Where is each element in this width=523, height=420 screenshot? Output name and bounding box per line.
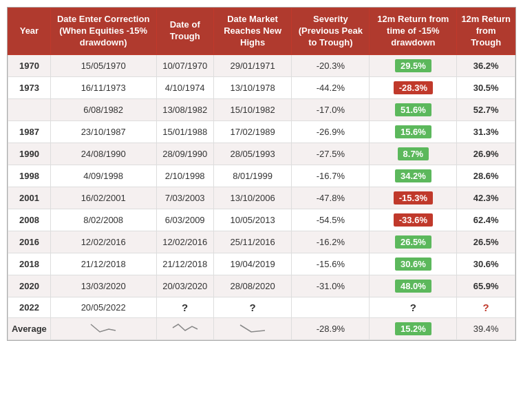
- sparkline-icon: [171, 322, 199, 335]
- cell-date-trough: 21/12/2018: [156, 253, 213, 275]
- footer-sparkline-cell: [156, 317, 213, 339]
- cell-date-enter: 16/11/1973: [50, 76, 156, 98]
- table-body: 197015/05/197010/07/197029/01/1971-20.3%…: [8, 54, 515, 317]
- cell-severity: -54.5%: [292, 209, 370, 231]
- cell-return-trough: 31.3%: [457, 120, 515, 143]
- cell-severity: -44.2%: [292, 76, 370, 98]
- footer-row: Average-28.9%15.2%39.4%: [8, 317, 515, 339]
- header-row: Year Date Enter Correction (When Equitie…: [8, 8, 515, 55]
- table-row: 200116/02/20017/03/200313/10/2006-47.8%-…: [8, 187, 515, 209]
- footer-return-trough: 39.4%: [457, 317, 515, 339]
- table-row: 20088/02/20086/03/200910/05/2013-54.5%-3…: [8, 209, 515, 231]
- cell-date-enter: 6/08/1982: [50, 98, 156, 120]
- cell-severity: -16.2%: [292, 231, 370, 253]
- sparkline-icon: [239, 322, 266, 335]
- cell-return-trough: 30.6%: [457, 253, 515, 275]
- cell-date-new-highs: 17/02/1989: [213, 120, 291, 143]
- cell-date-trough: 20/03/2020: [156, 275, 213, 297]
- footer-sparkline-cell: [213, 317, 291, 339]
- main-table-wrapper: Year Date Enter Correction (When Equitie…: [7, 7, 516, 341]
- question-mark: ?: [182, 302, 188, 313]
- cell-date-trough: 13/08/1982: [156, 98, 213, 120]
- cell-return-trough: 26.5%: [457, 231, 515, 253]
- green-value: 15.6%: [395, 125, 431, 138]
- cell-severity: [292, 297, 370, 317]
- table-row: 201821/12/201821/12/201819/04/2019-15.6%…: [8, 253, 515, 275]
- cell-year: 1987: [8, 120, 51, 143]
- question-mark-red: ?: [483, 302, 489, 313]
- cell-date-trough: 12/02/2016: [156, 231, 213, 253]
- cell-return-15: ?: [370, 297, 457, 317]
- cell-return-trough: 30.5%: [457, 76, 515, 98]
- cell-date-trough: 6/03/2009: [156, 209, 213, 231]
- cell-return-15: 26.5%: [370, 231, 457, 253]
- cell-date-enter: 24/08/1990: [50, 143, 156, 165]
- cell-year: 2016: [8, 231, 51, 253]
- cell-date-new-highs: 8/01/1999: [213, 165, 291, 187]
- cell-return-15: 8.7%: [370, 143, 457, 165]
- cell-date-new-highs: 13/10/1978: [213, 76, 291, 98]
- cell-return-15: -28.3%: [370, 76, 457, 98]
- cell-return-trough: 36.2%: [457, 54, 515, 76]
- green-value: 34.2%: [395, 169, 431, 182]
- green-value: 15.2%: [395, 322, 431, 335]
- cell-date-new-highs: 15/10/1982: [213, 98, 291, 120]
- cell-severity: -20.3%: [292, 54, 370, 76]
- cell-date-enter: 15/05/1970: [50, 54, 156, 76]
- cell-date-enter: 16/02/2001: [50, 187, 156, 209]
- table-row: 19984/09/19982/10/19988/01/1999-16.7%34.…: [8, 165, 515, 187]
- col-return-trough: 12m Return from Trough: [457, 8, 515, 55]
- cell-date-new-highs: 28/05/1993: [213, 143, 291, 165]
- table-row: 198723/10/198715/01/198817/02/1989-26.9%…: [8, 120, 515, 143]
- cell-date-new-highs: 25/11/2016: [213, 231, 291, 253]
- cell-date-trough: 4/10/1974: [156, 76, 213, 98]
- cell-date-enter: 21/12/2018: [50, 253, 156, 275]
- cell-severity: -26.9%: [292, 120, 370, 143]
- green-value: 29.5%: [395, 59, 431, 72]
- cell-year: 1973: [8, 76, 51, 98]
- cell-severity: -15.6%: [292, 253, 370, 275]
- footer-return-15: 15.2%: [370, 317, 457, 339]
- cell-year: [8, 98, 51, 120]
- table-footer: Average-28.9%15.2%39.4%: [8, 317, 515, 339]
- cell-date-new-highs: ?: [213, 297, 291, 317]
- cell-year: 2018: [8, 253, 51, 275]
- cell-year: 1998: [8, 165, 51, 187]
- cell-year: 1970: [8, 54, 51, 76]
- cell-return-15: 51.6%: [370, 98, 457, 120]
- red-value: -15.3%: [394, 191, 433, 204]
- cell-return-trough: ?: [457, 297, 515, 317]
- cell-return-15: 34.2%: [370, 165, 457, 187]
- cell-return-trough: 52.7%: [457, 98, 515, 120]
- table-row: 197015/05/197010/07/197029/01/1971-20.3%…: [8, 54, 515, 76]
- cell-return-15: 30.6%: [370, 253, 457, 275]
- cell-date-enter: 23/10/1987: [50, 120, 156, 143]
- green-value: 51.6%: [395, 103, 431, 116]
- cell-return-trough: 28.6%: [457, 165, 515, 187]
- cell-date-trough: ?: [156, 297, 213, 317]
- green-value: 48.0%: [395, 280, 431, 293]
- cell-return-trough: 62.4%: [457, 209, 515, 231]
- col-date-trough: Date of Trough: [156, 8, 213, 55]
- data-table: Year Date Enter Correction (When Equitie…: [8, 8, 515, 340]
- cell-year: 1990: [8, 143, 51, 165]
- table-row: 202220/05/2022????: [8, 297, 515, 317]
- cell-year: 2020: [8, 275, 51, 297]
- cell-severity: -31.0%: [292, 275, 370, 297]
- cell-severity: -47.8%: [292, 187, 370, 209]
- cell-date-enter: 8/02/2008: [50, 209, 156, 231]
- cell-date-new-highs: 29/01/1971: [213, 54, 291, 76]
- cell-return-15: -15.3%: [370, 187, 457, 209]
- cell-return-trough: 42.3%: [457, 187, 515, 209]
- col-year: Year: [8, 8, 51, 55]
- table-row: 202013/03/202020/03/202028/08/2020-31.0%…: [8, 275, 515, 297]
- cell-return-15: -33.6%: [370, 209, 457, 231]
- cell-date-new-highs: 28/08/2020: [213, 275, 291, 297]
- cell-date-enter: 13/03/2020: [50, 275, 156, 297]
- table-row: 201612/02/201612/02/201625/11/2016-16.2%…: [8, 231, 515, 253]
- cell-date-trough: 2/10/1998: [156, 165, 213, 187]
- cell-date-trough: 15/01/1988: [156, 120, 213, 143]
- cell-return-trough: 65.9%: [457, 275, 515, 297]
- col-date-enter: Date Enter Correction (When Equities -15…: [50, 8, 156, 55]
- table-row: 199024/08/199028/09/199028/05/1993-27.5%…: [8, 143, 515, 165]
